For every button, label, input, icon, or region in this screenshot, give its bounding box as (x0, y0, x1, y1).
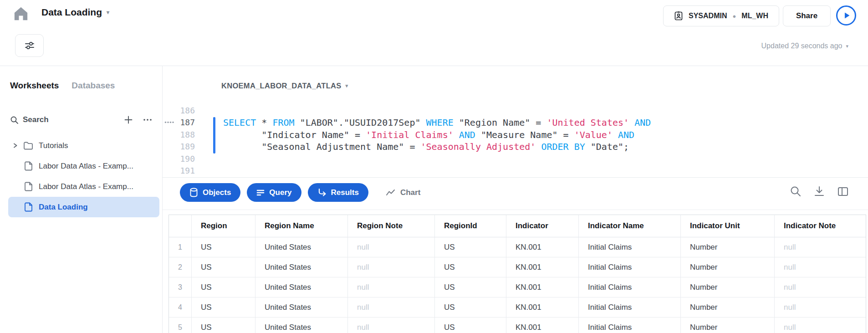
table-cell[interactable]: null (775, 297, 866, 318)
table-cell[interactable]: Initial Claims (579, 277, 681, 297)
table-cell[interactable]: Number (681, 297, 775, 318)
tab-results[interactable]: Results (308, 183, 368, 202)
share-button[interactable]: Share (783, 5, 831, 26)
table-cell[interactable]: Initial Claims (579, 257, 681, 277)
table-cell[interactable]: US (435, 297, 506, 318)
search-results-button[interactable] (790, 185, 802, 197)
chevron-down-icon: ▾ (346, 83, 348, 89)
download-results-button[interactable] (813, 185, 825, 197)
table-cell[interactable]: Initial Claims (579, 297, 681, 318)
tab-objects[interactable]: Objects (180, 183, 240, 202)
table-cell[interactable]: US (435, 257, 506, 277)
sidebar-item-labor-data-atlas-examp[interactable]: Labor Data Atlas - Examp... (8, 176, 159, 197)
table-cell[interactable]: United States (255, 297, 348, 318)
row-number: 3 (169, 277, 192, 297)
table-cell[interactable]: null (775, 318, 866, 333)
table-cell[interactable]: null (775, 277, 866, 297)
table-row[interactable]: 1USUnited StatesnullUSKN.001Initial Clai… (169, 237, 866, 257)
tab-databases[interactable]: Databases (71, 81, 115, 91)
sidebar-item-tutorials[interactable]: Tutorials (8, 135, 159, 156)
database-selector-label: KNOEMA_LABOR_DATA_ATLAS (221, 82, 342, 90)
sidebar-item-data-loading[interactable]: Data Loading (8, 197, 159, 217)
sql-text: "Indicator Name" = (223, 129, 366, 140)
table-cell[interactable]: United States (255, 237, 348, 257)
add-worksheet-button[interactable] (124, 115, 133, 124)
table-cell[interactable]: null (775, 237, 866, 257)
table-cell[interactable]: KN.001 (506, 318, 579, 333)
table-cell[interactable]: US (435, 277, 506, 297)
sql-string: 'Value' (574, 129, 613, 140)
column-header[interactable]: Region (192, 215, 255, 237)
updated-status-menu[interactable]: Updated 29 seconds ago ▾ (761, 42, 848, 50)
table-cell[interactable]: null (348, 318, 435, 333)
table-row[interactable]: 2USUnited StatesnullUSKN.001Initial Clai… (169, 257, 866, 277)
tab-chart[interactable]: Chart (386, 188, 420, 197)
sidebar-item-labor-data-atlas-examp[interactable]: Labor Data Atlas - Examp... (8, 156, 159, 176)
table-cell[interactable]: Initial Claims (579, 318, 681, 333)
table-header-row: RegionRegion NameRegion NoteRegionIdIndi… (169, 215, 866, 237)
null-value: null (784, 283, 796, 292)
statement-gutter-dots-icon[interactable] (164, 121, 174, 123)
search-input[interactable]: Search (23, 115, 124, 124)
more-options-button[interactable] (143, 115, 152, 124)
split-columns-button[interactable] (837, 185, 849, 197)
editor-divider (163, 177, 868, 178)
column-header[interactable]: Indicator Note (775, 215, 866, 237)
null-value: null (357, 263, 369, 272)
database-selector[interactable]: KNOEMA_LABOR_DATA_ATLAS ▾ (221, 82, 348, 90)
code-line[interactable]: SELECT * FROM "LABOR"."USUID2017Sep" WHE… (223, 117, 651, 128)
table-row[interactable]: 5USUnited StatesnullUSKN.001Initial Clai… (169, 318, 866, 333)
table-row[interactable]: 4USUnited StatesnullUSKN.001Initial Clai… (169, 297, 866, 318)
grid-actions (790, 185, 849, 197)
tab-query[interactable]: Query (247, 183, 301, 202)
table-cell[interactable]: KN.001 (506, 277, 579, 297)
table-cell[interactable]: KN.001 (506, 297, 579, 318)
code-line[interactable] (223, 165, 651, 177)
column-header[interactable]: RegionId (435, 215, 506, 237)
code-line[interactable] (223, 105, 651, 117)
column-header[interactable]: Indicator Name (579, 215, 681, 237)
column-header[interactable]: Indicator Unit (681, 215, 775, 237)
sql-text: "LABOR"."USUID2017Sep" (295, 117, 426, 128)
table-cell[interactable]: null (348, 297, 435, 318)
filters-button[interactable] (15, 34, 44, 57)
run-button[interactable] (836, 5, 856, 26)
context-selector[interactable]: SYSADMIN ● ML_WH (663, 5, 779, 26)
table-cell[interactable]: United States (255, 257, 348, 277)
home-button[interactable] (13, 6, 31, 23)
table-cell[interactable]: Initial Claims (579, 237, 681, 257)
table-cell[interactable]: Number (681, 318, 775, 333)
column-header[interactable]: Region Name (255, 215, 348, 237)
table-cell[interactable]: US (192, 318, 255, 333)
warehouse-label: ML_WH (741, 12, 768, 20)
sidebar-search[interactable]: Search (10, 113, 152, 127)
table-cell[interactable]: KN.001 (506, 257, 579, 277)
worksheet-title-menu[interactable]: Data Loading ▾ (41, 7, 109, 18)
column-header[interactable]: Indicator (506, 215, 579, 237)
table-cell[interactable]: United States (255, 277, 348, 297)
table-cell[interactable]: US (435, 237, 506, 257)
sql-editor[interactable]: SELECT * FROM "LABOR"."USUID2017Sep" WHE… (223, 105, 651, 177)
table-cell[interactable]: Number (681, 277, 775, 297)
table-cell[interactable]: null (348, 257, 435, 277)
table-cell[interactable]: US (192, 257, 255, 277)
table-cell[interactable]: US (192, 277, 255, 297)
tab-worksheets[interactable]: Worksheets (10, 81, 59, 91)
column-header[interactable]: Region Note (348, 215, 435, 237)
table-cell[interactable]: US (192, 237, 255, 257)
table-cell[interactable]: null (348, 237, 435, 257)
table-cell[interactable]: Number (681, 237, 775, 257)
table-cell[interactable]: null (775, 257, 866, 277)
table-cell[interactable]: US (192, 297, 255, 318)
chevron-right-icon[interactable] (13, 143, 18, 149)
code-line[interactable]: "Seasonal Adjustment Name" = 'Seasonally… (223, 141, 651, 153)
table-cell[interactable]: Number (681, 257, 775, 277)
table-cell[interactable]: null (348, 277, 435, 297)
table-cell[interactable]: United States (255, 318, 348, 333)
code-line[interactable] (223, 153, 651, 165)
table-cell[interactable]: US (435, 318, 506, 333)
code-line[interactable]: "Indicator Name" = 'Initial Claims' AND … (223, 129, 651, 141)
table-row[interactable]: 3USUnited StatesnullUSKN.001Initial Clai… (169, 277, 866, 297)
table-cell[interactable]: KN.001 (506, 237, 579, 257)
null-value: null (784, 303, 796, 312)
